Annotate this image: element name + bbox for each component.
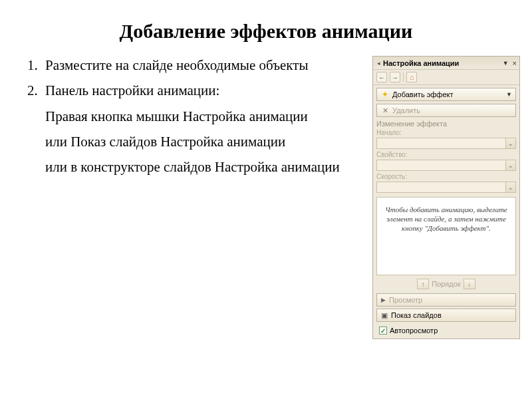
speed-dropdown[interactable]: ⌄: [376, 182, 516, 193]
move-up-button[interactable]: ↑: [417, 279, 429, 289]
checkbox-checked-icon[interactable]: ✓: [379, 327, 387, 334]
nav-back-icon[interactable]: ←: [376, 72, 387, 82]
list-item-2: Панель настройки анимации:: [41, 81, 367, 100]
reorder-label: Порядок: [432, 280, 460, 288]
close-icon[interactable]: ×: [513, 59, 517, 67]
field-start-label: Начало:: [376, 129, 516, 136]
pane-nav: ← → ⌂: [373, 70, 519, 85]
move-down-button[interactable]: ↓: [464, 279, 475, 289]
slideshow-label: Показ слайдов: [391, 311, 442, 319]
content-area: Разместите на слайде необходимые объекты…: [0, 56, 532, 339]
chevron-down-icon: ⌄: [505, 160, 515, 170]
property-dropdown[interactable]: ⌄: [376, 160, 516, 171]
remove-button[interactable]: ✕ Удалить: [376, 104, 516, 117]
list-item-1: Разместите на слайде необходимые объекты: [41, 56, 367, 74]
nav-separator: [403, 72, 404, 82]
paragraph-2: или Показ слайдов Настройка анимации: [45, 132, 367, 151]
chevron-down-icon: ▼: [506, 91, 512, 98]
slide-title: Добавление эффектов анимации: [0, 0, 532, 56]
animation-task-pane: ◂ Настройка анимации ▼ × ← → ⌂ ✦ Добавит…: [372, 56, 520, 339]
star-icon: ✦: [380, 90, 390, 99]
pane-menu-caret-icon[interactable]: ▼: [503, 60, 509, 66]
field-property: Свойство: ⌄: [376, 151, 516, 171]
home-icon[interactable]: ⌂: [406, 72, 417, 82]
x-icon: ✕: [380, 106, 390, 115]
text-column: Разместите на слайде необходимые объекты…: [25, 56, 367, 339]
chevron-left-icon: ◂: [376, 60, 382, 66]
footer-buttons: ▶ Просмотр ▣ Показ слайдов: [376, 293, 516, 322]
autopreview-label: Автопросмотр: [390, 327, 438, 334]
field-property-label: Свойство:: [376, 151, 516, 158]
add-effect-button[interactable]: ✦ Добавить эффект ▼: [376, 88, 516, 101]
paragraph-3: или в конструкторе слайдов Настройка ани…: [45, 158, 367, 176]
chevron-down-icon: ⌄: [505, 138, 515, 148]
panel-column: ◂ Настройка анимации ▼ × ← → ⌂ ✦ Добавит…: [372, 56, 520, 339]
add-effect-label: Добавить эффект: [392, 90, 453, 98]
slideshow-button[interactable]: ▣ Показ слайдов: [376, 309, 516, 322]
chevron-down-icon: ⌄: [505, 182, 515, 192]
slideshow-icon: ▣: [381, 311, 388, 320]
field-speed: Скорость: ⌄: [376, 173, 516, 193]
reorder-row: ↑ Порядок ↓: [376, 279, 516, 289]
field-speed-label: Скорость:: [376, 173, 516, 180]
autopreview-row[interactable]: ✓ Автопросмотр: [376, 327, 516, 334]
section-modify-label: Изменение эффекта: [376, 120, 516, 128]
pane-header: ◂ Настройка анимации ▼ ×: [373, 57, 519, 70]
play-icon: ▶: [381, 297, 386, 303]
pane-body: ✦ Добавить эффект ▼ ✕ Удалить Изменение …: [373, 85, 519, 338]
start-dropdown[interactable]: ⌄: [376, 138, 516, 149]
preview-button[interactable]: ▶ Просмотр: [376, 293, 516, 307]
paragraph-1: Правая кнопка мышки Настройка анимации: [45, 107, 367, 126]
remove-label: Удалить: [392, 106, 420, 114]
nav-forward-icon[interactable]: →: [390, 72, 400, 82]
field-start: Начало: ⌄: [376, 129, 516, 149]
hint-box: Чтобы добавить анимацию, выделите элемен…: [376, 197, 516, 275]
pane-title: Настройка анимации: [383, 59, 503, 67]
preview-label: Просмотр: [389, 296, 422, 304]
